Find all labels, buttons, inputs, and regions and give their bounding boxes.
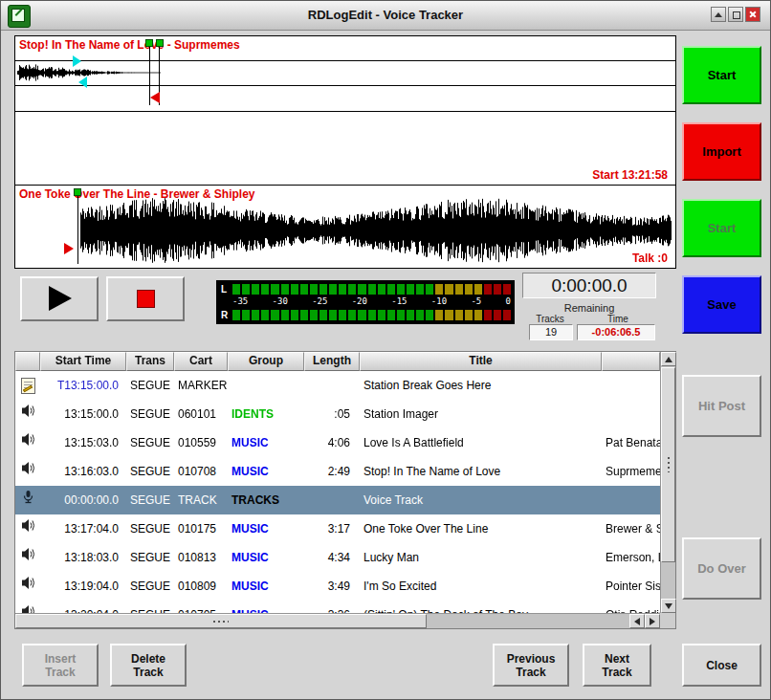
cell-cart: 010809 bbox=[174, 572, 228, 601]
track1-waveform[interactable] bbox=[17, 61, 170, 84]
log-row[interactable]: 13:18:03.0SEGUE010813MUSIC4:34Lucky ManE… bbox=[15, 543, 660, 572]
track2-start-marker-icon[interactable] bbox=[64, 243, 74, 254]
meter-segment-left bbox=[407, 284, 414, 295]
log-row-selected[interactable]: 00:00:00.0SEGUETRACKTRACKSVoice Track bbox=[15, 486, 660, 514]
meter-segment-right bbox=[503, 310, 511, 320]
play-icon bbox=[49, 286, 72, 311]
log-row[interactable]: 13:20:04.0SEGUE010705MUSIC3:36(Sittin' O… bbox=[15, 601, 660, 613]
log-row[interactable]: 13:16:03.0SEGUE010708MUSIC2:49Stop! In T… bbox=[15, 457, 660, 486]
save-button[interactable]: Save bbox=[682, 275, 761, 334]
scroll-down-button[interactable] bbox=[661, 599, 676, 613]
next-track-button[interactable]: Next Track bbox=[583, 644, 651, 687]
scroll-up-button[interactable] bbox=[661, 352, 676, 366]
header-time[interactable]: Start Time bbox=[40, 352, 126, 371]
cell-length: 3:49 bbox=[304, 572, 360, 601]
cell-time: 13:17:04.0 bbox=[40, 514, 126, 543]
horizontal-scrollbar[interactable] bbox=[15, 613, 660, 628]
header-icon-column[interactable] bbox=[15, 352, 40, 371]
speaker-icon bbox=[21, 400, 35, 428]
maximize-icon bbox=[733, 11, 740, 19]
log-row[interactable]: 13:19:04.0SEGUE010809MUSIC3:49I'm So Exc… bbox=[15, 572, 660, 601]
cell-cart: 010705 bbox=[174, 601, 228, 613]
segue-start-handle-icon[interactable] bbox=[145, 39, 153, 47]
meter-segment-left bbox=[358, 284, 365, 295]
maximize-window-button[interactable] bbox=[728, 7, 743, 22]
speaker-icon bbox=[21, 514, 35, 543]
track2-panel[interactable]: One Toke Over The Line - Brewer & Shiple… bbox=[15, 186, 675, 268]
meter-segment-left bbox=[300, 284, 308, 295]
header-cart[interactable]: Cart bbox=[174, 352, 228, 371]
play-button[interactable] bbox=[20, 276, 99, 321]
meter-segment-right bbox=[465, 310, 473, 320]
log-row[interactable]: 13:15:03.0SEGUE010559MUSIC4:06Love Is A … bbox=[15, 428, 660, 457]
meter-scale-tick: -30 bbox=[273, 296, 288, 308]
cell-length bbox=[304, 371, 360, 400]
meter-segment-left bbox=[416, 284, 424, 295]
stop-button[interactable] bbox=[106, 276, 185, 321]
meter-segment-left bbox=[445, 284, 452, 295]
fade-in-marker-icon[interactable] bbox=[73, 55, 81, 67]
delete-track-button[interactable]: Delete Track bbox=[110, 644, 187, 687]
scroll-right-button[interactable] bbox=[645, 614, 660, 628]
meter-segment-left bbox=[397, 284, 405, 295]
vertical-scrollbar[interactable] bbox=[660, 352, 675, 613]
speaker-icon bbox=[21, 601, 35, 613]
log-row[interactable]: 13:17:04.0SEGUE010175MUSIC3:17One Toke O… bbox=[15, 514, 660, 543]
voice-track-panel[interactable]: Start 13:21:58 bbox=[15, 112, 675, 186]
cell-group bbox=[228, 371, 304, 400]
talk-time-label: Talk :0 bbox=[632, 252, 668, 265]
meter-scale-tick: -15 bbox=[391, 296, 407, 308]
meter-scale-tick: -5 bbox=[471, 296, 481, 308]
log-table-body: T13:15:00.0SEGUEMARKERStation Break Goes… bbox=[15, 371, 660, 613]
cell-length: 3:36 bbox=[304, 601, 360, 613]
horizontal-scrollbar-thumb[interactable] bbox=[15, 614, 427, 628]
import-button[interactable]: Import bbox=[682, 122, 761, 181]
log-table: Start TimeTransCartGroupLengthTitle T13:… bbox=[14, 351, 676, 629]
cell-group: MUSIC bbox=[228, 543, 304, 572]
scroll-left-button[interactable] bbox=[629, 614, 645, 628]
waveform-editor[interactable]: Stop! In The Name of Love - Suprmemes St… bbox=[14, 35, 676, 269]
start-bottom-button: Start bbox=[682, 199, 761, 257]
header-group[interactable]: Group bbox=[228, 352, 304, 371]
header-artist[interactable] bbox=[602, 352, 660, 371]
log-row[interactable]: T13:15:00.0SEGUEMARKERStation Break Goes… bbox=[15, 371, 660, 400]
cell-trans: SEGUE bbox=[126, 601, 174, 613]
scroll-right-icon bbox=[650, 618, 655, 625]
cell-cart: 010559 bbox=[174, 428, 228, 457]
hit-post-button: Hit Post bbox=[682, 375, 761, 437]
header-length[interactable]: Length bbox=[304, 352, 360, 371]
stop-icon bbox=[137, 290, 155, 308]
shade-window-button[interactable] bbox=[711, 7, 726, 22]
titlebar[interactable]: RDLogEdit - Voice Tracker bbox=[1, 1, 770, 31]
close-window-button[interactable] bbox=[745, 7, 760, 22]
header-trans[interactable]: Trans bbox=[126, 352, 174, 371]
cell-group: MUSIC bbox=[228, 572, 304, 601]
cell-time: 13:16:03.0 bbox=[40, 457, 126, 486]
cell-length: :05 bbox=[304, 400, 360, 428]
fade-out-marker-icon[interactable] bbox=[78, 77, 87, 88]
start-top-button[interactable]: Start bbox=[682, 46, 761, 104]
header-title[interactable]: Title bbox=[360, 352, 602, 371]
vertical-scrollbar-thumb[interactable] bbox=[661, 367, 675, 562]
meter-segment-left bbox=[242, 284, 250, 295]
track2-start-handle-icon[interactable] bbox=[74, 188, 81, 196]
track2-waveform[interactable] bbox=[80, 198, 672, 263]
track1-title: Stop! In The Name of Love - Suprmemes bbox=[19, 38, 240, 52]
segue-end-handle-icon[interactable] bbox=[156, 39, 164, 47]
cell-title: Love Is A Battlefield bbox=[360, 428, 602, 457]
elapsed-time-display: 0:00:00.0 bbox=[522, 273, 656, 298]
log-row[interactable]: 13:15:00.0SEGUE060101IDENTS:05Station Im… bbox=[15, 400, 660, 428]
close-track-button[interactable]: Close bbox=[682, 644, 761, 687]
meter-segment-left bbox=[261, 284, 269, 295]
cell-title: Voice Track bbox=[360, 486, 602, 514]
meter-segment-right bbox=[407, 310, 414, 320]
previous-track-button[interactable]: Previous Track bbox=[493, 644, 569, 687]
cell-icon bbox=[15, 371, 40, 400]
track-end-marker-icon[interactable] bbox=[150, 92, 160, 103]
track2-start-line[interactable] bbox=[77, 189, 78, 264]
scrollbar-corner bbox=[660, 613, 675, 628]
meter-left-row bbox=[232, 284, 511, 295]
cell-length: 3:17 bbox=[304, 514, 360, 543]
cell-artist bbox=[602, 371, 660, 400]
track1-panel[interactable]: Stop! In The Name of Love - Suprmemes bbox=[15, 36, 675, 112]
